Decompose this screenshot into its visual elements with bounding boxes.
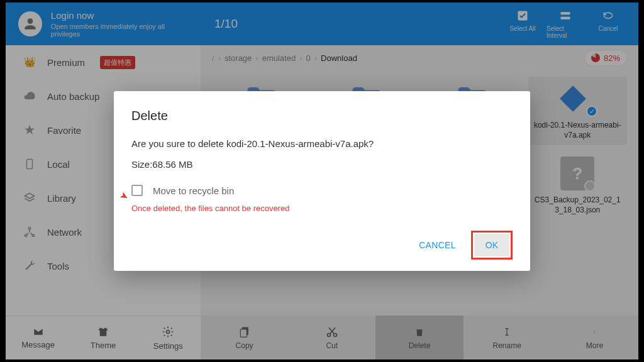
dialog-title: Delete [131, 109, 513, 123]
modal-overlay: Delete Are you sure to delete kodi-20.1-… [0, 0, 644, 362]
checkbox-label: Move to recycle bin [153, 185, 234, 196]
dialog-message: Are you sure to delete kodi-20.1-Nexus-a… [131, 138, 513, 149]
ok-highlight: OK [471, 231, 513, 260]
delete-dialog: Delete Are you sure to delete kodi-20.1-… [114, 91, 530, 271]
dialog-ok-button[interactable]: OK [474, 234, 509, 256]
dialog-cancel-button[interactable]: CANCEL [409, 234, 466, 256]
dialog-size: Size:68.56 MB [131, 159, 513, 170]
annotation-arrow: ➤ [118, 189, 131, 203]
recycle-checkbox[interactable] [131, 185, 143, 196]
warning-text: Once deleted, the files cannot be recove… [131, 204, 513, 213]
